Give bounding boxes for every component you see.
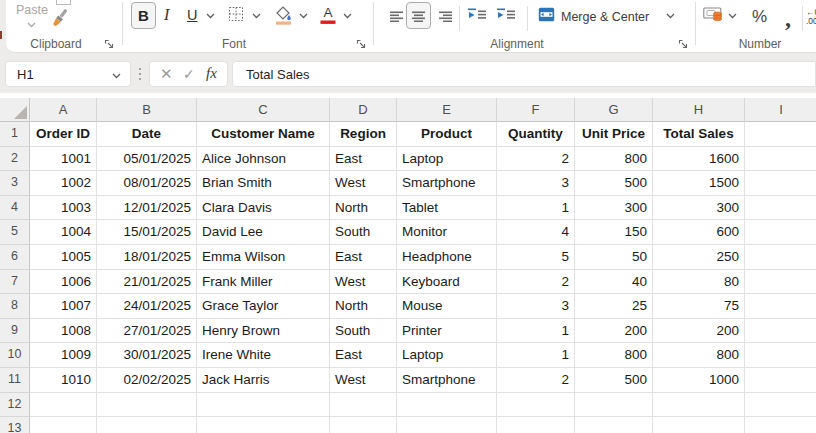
row-header-13[interactable]: 13 xyxy=(0,417,30,433)
align-left-icon[interactable] xyxy=(389,9,404,22)
cell-E8[interactable]: Mouse xyxy=(397,294,497,319)
column-header-F[interactable]: F xyxy=(497,98,575,122)
cell-C10[interactable]: Irene White xyxy=(197,343,330,368)
cell-B5[interactable]: 15/01/2025 xyxy=(97,220,197,245)
cell-I6[interactable] xyxy=(745,245,816,270)
cell-D5[interactable]: South xyxy=(330,220,397,245)
cell-B2[interactable]: 05/01/2025 xyxy=(97,147,197,172)
cell-G4[interactable]: 300 xyxy=(575,196,653,221)
column-header-D[interactable]: D xyxy=(330,98,397,122)
cell-C6[interactable]: Emma Wilson xyxy=(197,245,330,270)
cell-G2[interactable]: 800 xyxy=(575,147,653,172)
column-header-C[interactable]: C xyxy=(197,98,330,122)
decrease-indent-icon[interactable] xyxy=(468,8,486,22)
cell-B11[interactable]: 02/02/2025 xyxy=(97,368,197,393)
cell-H10[interactable]: 800 xyxy=(653,343,745,368)
cell-D7[interactable]: West xyxy=(330,270,397,295)
cell-E2[interactable]: Laptop xyxy=(397,147,497,172)
cell-G3[interactable]: 500 xyxy=(575,171,653,196)
cell-B7[interactable]: 21/01/2025 xyxy=(97,270,197,295)
cell-A5[interactable]: 1004 xyxy=(30,220,97,245)
cell-G9[interactable]: 200 xyxy=(575,319,653,344)
cell-B12[interactable] xyxy=(97,393,197,418)
copy-icon[interactable] xyxy=(56,0,71,5)
clipboard-dialog-launcher-icon[interactable] xyxy=(104,39,114,49)
cell-E12[interactable] xyxy=(397,393,497,418)
fill-color-dropdown-chevron-icon[interactable] xyxy=(299,13,308,19)
cell-H7[interactable]: 80 xyxy=(653,270,745,295)
merge-center-button[interactable]: Merge & Center xyxy=(561,10,649,24)
cell-E10[interactable]: Laptop xyxy=(397,343,497,368)
cell-C12[interactable] xyxy=(197,393,330,418)
font-color-dropdown-chevron-icon[interactable] xyxy=(343,13,352,19)
cell-E4[interactable]: Tablet xyxy=(397,196,497,221)
cell-B10[interactable]: 30/01/2025 xyxy=(97,343,197,368)
borders-icon[interactable] xyxy=(228,6,244,22)
row-header-11[interactable]: 11 xyxy=(0,368,30,393)
cell-E9[interactable]: Printer xyxy=(397,319,497,344)
cell-F2[interactable]: 2 xyxy=(497,147,575,172)
cell-A8[interactable]: 1007 xyxy=(30,294,97,319)
cell-F10[interactable]: 1 xyxy=(497,343,575,368)
cell-A7[interactable]: 1006 xyxy=(30,270,97,295)
column-header-E[interactable]: E xyxy=(397,98,497,122)
cell-G10[interactable]: 800 xyxy=(575,343,653,368)
italic-button[interactable]: I xyxy=(164,6,169,24)
row-header-4[interactable]: 4 xyxy=(0,196,30,221)
cell-C13[interactable] xyxy=(197,417,330,433)
cell-A2[interactable]: 1001 xyxy=(30,147,97,172)
cell-H11[interactable]: 1000 xyxy=(653,368,745,393)
cell-B1[interactable]: Date xyxy=(97,122,197,147)
cell-H5[interactable]: 600 xyxy=(653,220,745,245)
row-header-12[interactable]: 12 xyxy=(0,393,30,418)
row-header-6[interactable]: 6 xyxy=(0,245,30,270)
underline-button[interactable]: U xyxy=(187,7,197,23)
cell-G6[interactable]: 50 xyxy=(575,245,653,270)
cell-G5[interactable]: 150 xyxy=(575,220,653,245)
cell-A12[interactable] xyxy=(30,393,97,418)
row-header-9[interactable]: 9 xyxy=(0,319,30,344)
cell-H1[interactable]: Total Sales xyxy=(653,122,745,147)
cell-C9[interactable]: Henry Brown xyxy=(197,319,330,344)
cell-I3[interactable] xyxy=(745,171,816,196)
row-header-2[interactable]: 2 xyxy=(0,147,30,172)
column-header-A[interactable]: A xyxy=(30,98,97,122)
cell-E5[interactable]: Monitor xyxy=(397,220,497,245)
cell-H13[interactable] xyxy=(653,417,745,433)
cell-A6[interactable]: 1005 xyxy=(30,245,97,270)
cell-H12[interactable] xyxy=(653,393,745,418)
column-header-G[interactable]: G xyxy=(575,98,653,122)
column-header-I[interactable]: I xyxy=(745,98,816,122)
comma-style-button[interactable]: , xyxy=(785,8,791,28)
cell-F11[interactable]: 2 xyxy=(497,368,575,393)
increase-indent-icon[interactable] xyxy=(497,8,515,22)
cell-G8[interactable]: 25 xyxy=(575,294,653,319)
borders-dropdown-chevron-icon[interactable] xyxy=(252,13,261,19)
row-header-10[interactable]: 10 xyxy=(0,343,30,368)
insert-function-icon[interactable]: fx xyxy=(206,65,217,82)
cell-H3[interactable]: 1500 xyxy=(653,171,745,196)
fill-color-icon[interactable] xyxy=(273,4,293,25)
cell-E7[interactable]: Keyboard xyxy=(397,270,497,295)
cell-I5[interactable] xyxy=(745,220,816,245)
format-painter-icon[interactable] xyxy=(48,6,71,30)
cell-F7[interactable]: 2 xyxy=(497,270,575,295)
cell-H4[interactable]: 300 xyxy=(653,196,745,221)
cell-E11[interactable]: Smartphone xyxy=(397,368,497,393)
cell-B8[interactable]: 24/01/2025 xyxy=(97,294,197,319)
cell-D6[interactable]: East xyxy=(330,245,397,270)
cell-A11[interactable]: 1010 xyxy=(30,368,97,393)
cell-D10[interactable]: East xyxy=(330,343,397,368)
cell-B13[interactable] xyxy=(97,417,197,433)
cell-G11[interactable]: 500 xyxy=(575,368,653,393)
merge-center-dropdown-chevron-icon[interactable] xyxy=(666,13,675,19)
select-all-button[interactable] xyxy=(0,98,30,122)
percent-style-button[interactable]: % xyxy=(752,7,767,27)
cell-I8[interactable] xyxy=(745,294,816,319)
cell-I12[interactable] xyxy=(745,393,816,418)
column-header-B[interactable]: B xyxy=(97,98,197,122)
align-right-icon[interactable] xyxy=(438,9,453,22)
paste-dropdown-chevron-icon[interactable] xyxy=(27,22,36,28)
cell-A1[interactable]: Order ID xyxy=(30,122,97,147)
cell-I2[interactable] xyxy=(745,147,816,172)
